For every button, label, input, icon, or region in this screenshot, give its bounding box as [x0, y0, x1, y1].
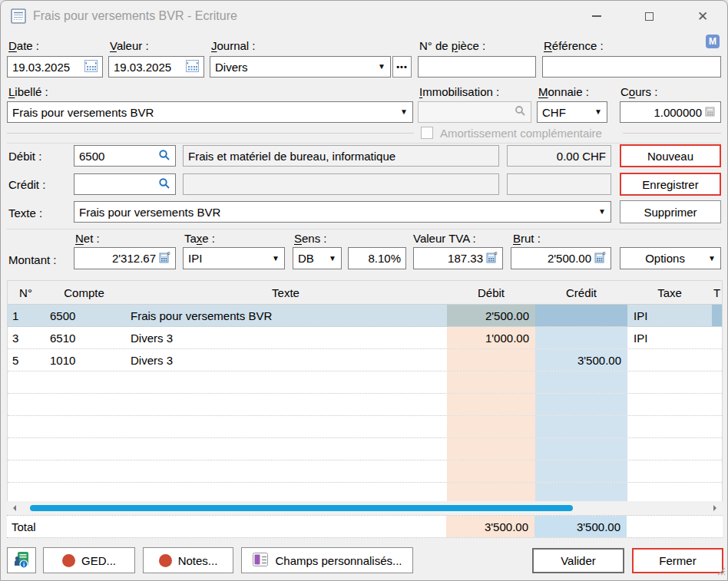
calculator-icon[interactable]: 0	[594, 251, 606, 266]
resize-grip[interactable]	[716, 565, 726, 579]
journal-label: Journal :	[211, 39, 256, 52]
debit-label: Débit :	[8, 150, 41, 163]
search-icon[interactable]	[158, 149, 170, 163]
header-taxe[interactable]: Taxe	[627, 281, 712, 304]
macro-badge[interactable]: M	[706, 35, 720, 48]
fermer-button[interactable]: Fermer	[632, 548, 723, 573]
journal-select[interactable]: Divers ▼	[210, 56, 391, 78]
valider-button[interactable]: Valider	[532, 548, 624, 573]
ecriture-dialog: Frais pour versements BVR - Ecriture ✕ D…	[0, 0, 728, 581]
table-empty-row[interactable]	[8, 394, 722, 416]
supprimer-button[interactable]: Supprimer	[620, 200, 721, 223]
cours-label: Cours :	[620, 85, 657, 98]
monnaie-select[interactable]: CHF ▼	[537, 101, 607, 123]
minimize-button[interactable]	[579, 1, 614, 31]
date-label: Date :	[8, 39, 39, 52]
champs-personnalises-button[interactable]: Champs personnalisés...	[241, 547, 413, 573]
chevron-down-icon: ▼	[400, 108, 408, 116]
libelle-label: Libellé :	[8, 85, 48, 98]
notes-button[interactable]: Notes...	[143, 547, 233, 573]
close-button[interactable]: ✕	[685, 1, 720, 31]
libelle-select[interactable]: Frais pour versements BVR ▼	[7, 101, 413, 123]
group-separator	[7, 133, 414, 134]
valeur-tva-label: Valeur TVA :	[413, 232, 476, 245]
scrollbar-thumb[interactable]	[30, 505, 573, 511]
entries-table: N° Compte Texte Débit Crédit Taxe T 1 65…	[7, 280, 723, 503]
scroll-left-arrow-icon[interactable]	[13, 505, 16, 511]
scroll-right-arrow-icon[interactable]	[713, 505, 716, 511]
header-no[interactable]: N°	[8, 281, 44, 304]
svg-text:0: 0	[603, 251, 606, 256]
header-compte[interactable]: Compte	[44, 281, 124, 304]
debit-balance: 0.00 CHF	[507, 145, 611, 167]
group-separator	[623, 133, 721, 134]
sens-select[interactable]: DB ▼	[293, 247, 342, 269]
montant-label: Montant :	[8, 253, 57, 266]
valeur-label: Valeur :	[110, 39, 149, 52]
total-debit: 3'500.00	[446, 516, 534, 537]
reference-input[interactable]	[542, 56, 721, 78]
calendar-icon[interactable]	[186, 60, 199, 74]
horizontal-scrollbar[interactable]	[7, 501, 723, 515]
table-empty-row[interactable]	[8, 461, 722, 483]
taxe-label: Taxe :	[184, 232, 215, 245]
chevron-down-icon: ▼	[594, 108, 602, 116]
table-empty-row[interactable]	[8, 416, 722, 438]
piece-input[interactable]	[418, 56, 536, 78]
enregistrer-button[interactable]: Enregistrer	[620, 173, 721, 196]
svg-text:0: 0	[167, 251, 170, 256]
total-credit: 3'500.00	[534, 516, 627, 537]
custom-fields-icon	[252, 551, 269, 570]
header-texte[interactable]: Texte	[124, 281, 447, 304]
svg-text:i: i	[23, 561, 25, 568]
section-separator	[7, 229, 721, 229]
calculator-icon[interactable]: 0	[159, 251, 170, 266]
table-header-row: N° Compte Texte Débit Crédit Taxe T	[8, 281, 722, 305]
table-empty-row[interactable]	[8, 438, 722, 461]
date-input[interactable]: 19.03.2025	[7, 56, 103, 78]
tva-rate-input[interactable]: 8.10%	[348, 247, 406, 269]
credit-account-input[interactable]	[74, 173, 176, 195]
credit-balance	[507, 173, 611, 195]
record-info-icon: i	[12, 550, 31, 571]
table-empty-row[interactable]	[8, 483, 722, 502]
table-row[interactable]: 3 6510 Divers 3 1'000.00 IPI	[8, 327, 722, 349]
journal-more-button[interactable]: •••	[392, 56, 412, 78]
debit-account-input[interactable]: 6500	[74, 145, 176, 167]
valeur-tva-input[interactable]: 187.33 0	[413, 247, 503, 269]
window-title: Frais pour versements BVR - Ecriture	[33, 9, 237, 23]
search-icon[interactable]	[158, 177, 170, 192]
header-credit[interactable]: Crédit	[535, 281, 627, 304]
table-row[interactable]: 5 1010 Divers 3 3'500.00	[8, 349, 722, 371]
brut-label: Brut :	[513, 232, 541, 245]
chevron-down-icon: ▼	[378, 63, 386, 71]
table-empty-row[interactable]	[8, 371, 722, 394]
maximize-button[interactable]	[631, 1, 667, 31]
ged-button[interactable]: GED...	[43, 547, 135, 573]
cours-input[interactable]: 1.000000	[620, 101, 721, 123]
texte-select[interactable]: Frais pour versements BVR ▼	[74, 201, 611, 223]
sens-label: Sens :	[294, 232, 327, 245]
texte-label: Texte :	[8, 206, 42, 220]
net-label: Net :	[75, 232, 100, 245]
svg-text:0: 0	[495, 251, 498, 256]
credit-label: Crédit :	[8, 178, 45, 191]
brut-input[interactable]: 2'500.00 0	[511, 247, 611, 269]
header-t[interactable]: T	[712, 281, 722, 304]
options-select[interactable]: Options ▼	[620, 247, 721, 269]
calendar-icon[interactable]	[84, 60, 98, 74]
table-row[interactable]: 1 6500 Frais pour versements BVR 2'500.0…	[8, 305, 722, 327]
section-separator	[7, 143, 721, 144]
total-row: Total 3'500.00 3'500.00	[7, 515, 723, 538]
nouveau-button[interactable]: Nouveau	[620, 144, 721, 167]
taxe-select[interactable]: IPI ▼	[183, 247, 285, 269]
search-icon	[515, 105, 526, 119]
reference-label: Référence :	[544, 39, 604, 52]
header-debit[interactable]: Débit	[447, 281, 535, 304]
net-input[interactable]: 2'312.67 0	[74, 247, 176, 269]
immobilisation-label: Immobilisation :	[419, 85, 499, 98]
valeur-input[interactable]: 19.03.2025	[108, 56, 204, 78]
calculator-icon[interactable]: 0	[486, 251, 498, 266]
record-info-button[interactable]: i	[7, 547, 36, 573]
piece-label: N° de pièce :	[419, 39, 485, 52]
